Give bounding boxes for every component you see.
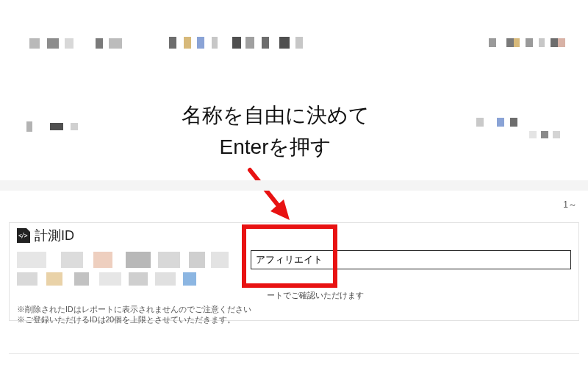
measurement-id-input[interactable] xyxy=(251,250,571,269)
input-hint-text: ートでご確認いただけます xyxy=(267,290,571,301)
annotation-line-2: Enterを押す xyxy=(220,135,332,158)
panel-title: 計測ID xyxy=(35,227,74,244)
panel-title-row: 計測ID xyxy=(17,227,571,244)
panel-notes: ※削除されたIDはレポートに表示されませんのでご注意ください ※ご登録いただける… xyxy=(17,304,571,325)
censored-strip xyxy=(169,37,303,49)
pagination-text: 1～ xyxy=(563,199,577,211)
svg-line-0 xyxy=(250,170,285,214)
panel-row xyxy=(17,271,571,289)
panel-note-1: ※削除されたIDはレポートに表示されませんのでご注意ください xyxy=(17,304,571,314)
separator-band xyxy=(0,180,588,191)
censored-strip xyxy=(476,118,517,127)
code-file-icon xyxy=(17,228,30,243)
censored-strip xyxy=(29,38,122,49)
annotation-text: 名称を自由に決めて Enterを押す xyxy=(129,99,423,163)
panel-note-2: ※ご登録いただけるIDは20個を上限とさせていただきます。 xyxy=(17,314,571,325)
screenshot-canvas: 名称を自由に決めて Enterを押す 1～ 計測ID xyxy=(0,0,588,368)
measurement-id-panel: 計測ID xyxy=(9,222,579,321)
censored-strip xyxy=(17,252,237,268)
censored-strip xyxy=(17,272,237,287)
annotation-line-1: 名称を自由に決めて xyxy=(182,104,370,127)
censored-strip xyxy=(489,38,565,47)
censored-strip xyxy=(529,131,560,138)
bottom-border xyxy=(9,353,579,364)
censored-strip xyxy=(26,121,78,132)
panel-row xyxy=(17,249,571,271)
svg-marker-1 xyxy=(270,199,290,220)
